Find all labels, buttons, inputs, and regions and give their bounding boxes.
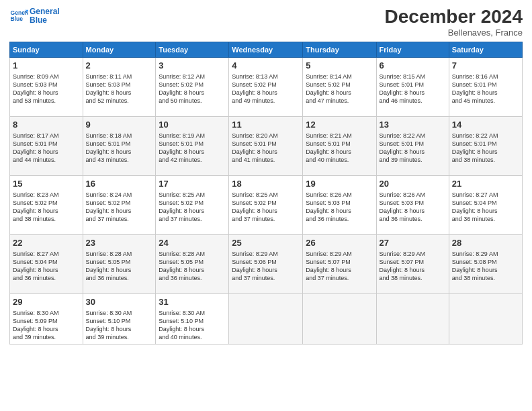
day-info: Sunset: 5:03 PM [86, 81, 153, 89]
day-number: 18 [232, 178, 300, 190]
calendar-cell [303, 293, 376, 344]
day-info: and 43 minutes. [86, 156, 153, 164]
day-info: Sunset: 5:02 PM [159, 199, 226, 207]
day-number: 17 [159, 178, 226, 190]
calendar-cell: 2Sunrise: 8:11 AMSunset: 5:03 PMDaylight… [83, 57, 156, 116]
col-header-thursday: Thursday [303, 42, 376, 57]
day-info: and 37 minutes. [232, 274, 300, 282]
day-info: and 53 minutes. [13, 97, 80, 105]
day-info: Daylight: 8 hours [159, 148, 226, 156]
day-info: Daylight: 8 hours [380, 89, 446, 97]
day-info: Daylight: 8 hours [380, 207, 446, 215]
calendar-cell: 10Sunrise: 8:19 AMSunset: 5:01 PMDayligh… [156, 116, 229, 175]
day-info: and 50 minutes. [159, 97, 226, 105]
day-info: Sunrise: 8:30 AM [86, 309, 153, 317]
day-info: Daylight: 8 hours [452, 89, 519, 97]
day-info: and 52 minutes. [86, 97, 153, 105]
svg-text:Blue: Blue [11, 15, 24, 22]
header: General Blue General Blue December 2024 … [9, 7, 523, 38]
logo-icon: General Blue [9, 7, 28, 26]
calendar-cell: 3Sunrise: 8:12 AMSunset: 5:02 PMDaylight… [156, 57, 229, 116]
location-subtitle: Bellenaves, France [385, 28, 523, 38]
day-info: Sunrise: 8:18 AM [86, 132, 153, 140]
day-info: and 42 minutes. [159, 156, 226, 164]
day-number: 4 [232, 60, 300, 72]
day-info: Daylight: 8 hours [306, 207, 373, 215]
day-info: and 36 minutes. [306, 215, 373, 223]
day-info: Sunrise: 8:25 AM [159, 191, 226, 199]
calendar-cell: 24Sunrise: 8:28 AMSunset: 5:05 PMDayligh… [156, 234, 229, 293]
logo: General Blue General Blue [9, 7, 60, 26]
day-info: and 37 minutes. [159, 215, 226, 223]
day-info: Sunset: 5:02 PM [232, 81, 300, 89]
day-info: Sunrise: 8:17 AM [13, 132, 80, 140]
day-info: Daylight: 8 hours [13, 325, 80, 333]
calendar-table: SundayMondayTuesdayWednesdayThursdayFrid… [9, 42, 523, 345]
calendar-cell: 16Sunrise: 8:24 AMSunset: 5:02 PMDayligh… [83, 175, 156, 234]
col-header-saturday: Saturday [449, 42, 522, 57]
day-info: and 36 minutes. [13, 274, 80, 282]
day-info: Sunset: 5:10 PM [86, 317, 153, 325]
day-info: Sunset: 5:01 PM [452, 81, 519, 89]
calendar-cell: 22Sunrise: 8:27 AMSunset: 5:04 PMDayligh… [10, 234, 83, 293]
day-number: 11 [232, 119, 300, 131]
day-info: Daylight: 8 hours [452, 266, 519, 274]
day-info: Sunset: 5:01 PM [306, 140, 373, 148]
col-header-friday: Friday [376, 42, 449, 57]
day-number: 3 [159, 60, 226, 72]
day-info: Sunrise: 8:30 AM [13, 309, 80, 317]
day-number: 31 [159, 296, 226, 308]
day-number: 20 [380, 178, 446, 190]
day-number: 26 [306, 237, 373, 249]
day-number: 22 [13, 237, 80, 249]
day-info: Daylight: 8 hours [13, 148, 80, 156]
calendar-cell: 7Sunrise: 8:16 AMSunset: 5:01 PMDaylight… [449, 57, 522, 116]
day-info: Sunrise: 8:22 AM [452, 132, 519, 140]
calendar-cell: 30Sunrise: 8:30 AMSunset: 5:10 PMDayligh… [83, 293, 156, 344]
calendar-cell: 6Sunrise: 8:15 AMSunset: 5:01 PMDaylight… [376, 57, 449, 116]
day-info: and 39 minutes. [86, 333, 153, 341]
day-info: and 40 minutes. [159, 333, 226, 341]
day-info: Sunrise: 8:30 AM [159, 309, 226, 317]
calendar-cell: 18Sunrise: 8:25 AMSunset: 5:02 PMDayligh… [229, 175, 303, 234]
day-number: 8 [13, 119, 80, 131]
day-info: and 49 minutes. [232, 97, 300, 105]
day-info: Sunset: 5:01 PM [380, 140, 446, 148]
day-info: and 39 minutes. [380, 156, 446, 164]
calendar-cell: 26Sunrise: 8:29 AMSunset: 5:07 PMDayligh… [303, 234, 376, 293]
day-info: Sunset: 5:06 PM [232, 258, 300, 266]
day-number: 24 [159, 237, 226, 249]
day-info: and 37 minutes. [306, 274, 373, 282]
title-section: December 2024 Bellenaves, France [385, 7, 523, 38]
day-info: and 36 minutes. [380, 215, 446, 223]
day-number: 15 [13, 178, 80, 190]
day-number: 5 [306, 60, 373, 72]
day-info: Sunset: 5:05 PM [86, 258, 153, 266]
logo-blue: Blue [30, 16, 60, 25]
calendar-cell [449, 293, 522, 344]
day-info: Sunset: 5:02 PM [232, 199, 300, 207]
day-info: Daylight: 8 hours [86, 148, 153, 156]
day-info: and 44 minutes. [13, 156, 80, 164]
day-info: Daylight: 8 hours [232, 266, 300, 274]
day-info: Sunrise: 8:12 AM [159, 73, 226, 81]
calendar-cell: 14Sunrise: 8:22 AMSunset: 5:01 PMDayligh… [449, 116, 522, 175]
day-info: Sunrise: 8:20 AM [232, 132, 300, 140]
day-info: Sunset: 5:05 PM [159, 258, 226, 266]
day-number: 7 [452, 60, 519, 72]
day-info: Sunrise: 8:23 AM [13, 191, 80, 199]
day-info: Sunset: 5:08 PM [452, 258, 519, 266]
calendar-cell: 20Sunrise: 8:26 AMSunset: 5:03 PMDayligh… [376, 175, 449, 234]
day-info: Sunset: 5:03 PM [380, 199, 446, 207]
day-info: Daylight: 8 hours [452, 207, 519, 215]
day-info: Sunset: 5:01 PM [159, 140, 226, 148]
day-info: Daylight: 8 hours [306, 89, 373, 97]
day-number: 14 [452, 119, 519, 131]
day-number: 25 [232, 237, 300, 249]
day-info: Daylight: 8 hours [306, 148, 373, 156]
day-info: Daylight: 8 hours [13, 89, 80, 97]
day-info: Daylight: 8 hours [452, 148, 519, 156]
day-info: Sunrise: 8:11 AM [86, 73, 153, 81]
day-number: 29 [13, 296, 80, 308]
svg-text:General: General [11, 9, 28, 16]
